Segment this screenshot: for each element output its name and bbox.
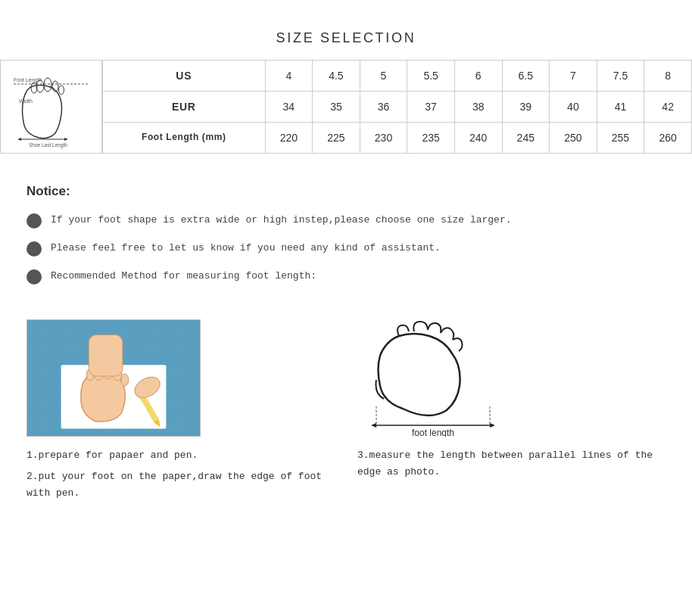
us-7-5: 7.5 xyxy=(597,61,644,92)
notice-item-1: If your foot shape is extra wide or high… xyxy=(26,213,666,229)
bullet-1 xyxy=(26,213,42,229)
us-7: 7 xyxy=(550,61,597,92)
page-wrapper: SIZE SELECTION Foot Length Width xyxy=(0,0,692,537)
eur-42: 42 xyxy=(644,92,692,123)
svg-text:foot length: foot length xyxy=(412,428,454,437)
us-5-5: 5.5 xyxy=(407,61,455,92)
foot-length-diagram-box: foot length xyxy=(357,319,516,437)
fl-225: 225 xyxy=(313,123,360,154)
eur-36: 36 xyxy=(360,92,407,123)
step2-text: 2.put your foot on the paper,draw the ed… xyxy=(26,468,335,502)
instruction-right: foot length 3.measure the length between… xyxy=(357,319,666,506)
us-4: 4 xyxy=(265,61,313,92)
eur-41: 41 xyxy=(597,92,644,123)
fl-245: 245 xyxy=(502,123,550,154)
svg-point-18 xyxy=(121,374,129,386)
bullet-3 xyxy=(26,269,42,285)
instruction-left: 1.prepare for papaer and pen. 2.put your… xyxy=(26,319,335,506)
notice-item-2: Please feel free to let us know if you n… xyxy=(26,241,666,257)
instruction-image-box-left xyxy=(26,319,201,437)
instruction-text-right: 3.measure the length between parallel li… xyxy=(357,447,666,481)
us-5: 5 xyxy=(360,61,407,92)
us-4-5: 4.5 xyxy=(313,61,360,92)
us-8: 8 xyxy=(644,61,692,92)
notice-text-1: If your foot shape is extra wide or high… xyxy=(51,213,512,228)
svg-text:Foot Length: Foot Length xyxy=(14,77,42,83)
notice-section: Notice: If your foot shape is extra wide… xyxy=(0,176,692,312)
svg-point-4 xyxy=(44,78,51,92)
size-selection-title: SIZE SELECTION xyxy=(0,15,692,52)
eur-label: EUR xyxy=(103,92,266,123)
svg-text:Width: Width xyxy=(19,98,33,104)
fl-235: 235 xyxy=(407,123,455,154)
notice-title: Notice: xyxy=(26,184,666,199)
eur-38: 38 xyxy=(454,92,502,123)
eur-35: 35 xyxy=(313,92,360,123)
us-6-5: 6.5 xyxy=(502,61,550,92)
notice-text-2: Please feel free to let us know if you n… xyxy=(51,241,441,256)
us-row: US 4 4.5 5 5.5 6 6.5 7 7.5 8 xyxy=(103,61,692,92)
us-label: US xyxy=(103,61,266,92)
svg-marker-10 xyxy=(64,138,68,141)
svg-marker-9 xyxy=(17,138,21,141)
svg-marker-26 xyxy=(490,423,495,428)
step1-text: 1.prepare for papaer and pen. xyxy=(26,447,335,464)
svg-rect-20 xyxy=(89,335,123,377)
eur-34: 34 xyxy=(265,92,313,123)
fl-255: 255 xyxy=(597,123,644,154)
svg-point-6 xyxy=(58,86,64,95)
size-table: US 4 4.5 5 5.5 6 6.5 7 7.5 8 EUR 34 35 3… xyxy=(102,60,692,154)
fl-260: 260 xyxy=(644,123,692,154)
eur-40: 40 xyxy=(550,92,597,123)
instruction-text-left: 1.prepare for papaer and pen. 2.put your… xyxy=(26,447,335,502)
svg-marker-25 xyxy=(371,423,376,428)
foot-length-label: Foot Length (mm) xyxy=(103,123,266,154)
step3-text: 3.measure the length between parallel li… xyxy=(357,447,666,481)
fl-220: 220 xyxy=(265,123,313,154)
foot-on-paper-illustration xyxy=(27,319,200,437)
fl-250: 250 xyxy=(550,123,597,154)
bullet-2 xyxy=(26,241,42,257)
fl-230: 230 xyxy=(360,123,407,154)
notice-text-3: Recommended Method for measuring foot le… xyxy=(51,269,316,284)
eur-37: 37 xyxy=(407,92,455,123)
eur-row: EUR 34 35 36 37 38 39 40 41 42 xyxy=(103,92,692,123)
foot-diagram: Foot Length Width Shoe Last Length xyxy=(0,60,102,154)
svg-text:Shoe Last Length: Shoe Last Length xyxy=(29,142,67,148)
eur-39: 39 xyxy=(502,92,550,123)
foot-length-row: Foot Length (mm) 220 225 230 235 240 245… xyxy=(103,123,692,154)
notice-item-3: Recommended Method for measuring foot le… xyxy=(26,269,666,285)
foot-diagram-svg: Foot Length Width Shoe Last Length xyxy=(10,65,93,148)
foot-length-svg: foot length xyxy=(357,319,516,437)
us-6: 6 xyxy=(454,61,502,92)
instructions-section: 1.prepare for papaer and pen. 2.put your… xyxy=(0,312,692,521)
size-table-section: Foot Length Width Shoe Last Length xyxy=(0,60,692,154)
fl-240: 240 xyxy=(454,123,502,154)
